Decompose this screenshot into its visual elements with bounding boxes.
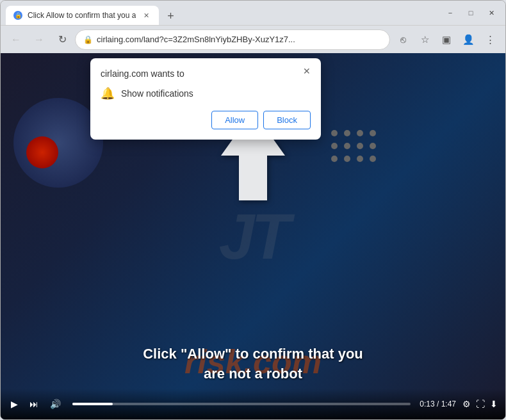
tab-close-button[interactable]: ✕ <box>141 10 151 20</box>
blob-red <box>26 136 58 168</box>
volume-button[interactable]: 🔊 <box>47 396 63 412</box>
tab-title: Click Allow to confirm that you a <box>28 11 136 20</box>
minimize-button[interactable]: − <box>441 4 459 22</box>
notification-popup: ✕ cirlaing.com wants to 🔔 Show notificat… <box>90 58 321 140</box>
popup-title: cirlaing.com wants to <box>101 69 311 79</box>
play-button[interactable]: ▶ <box>8 396 20 412</box>
block-button[interactable]: Block <box>263 111 311 129</box>
new-tab-button[interactable]: + <box>161 7 179 25</box>
bell-icon: 🔔 <box>101 86 115 101</box>
allow-button[interactable]: Allow <box>211 111 258 129</box>
download-icon[interactable]: ⬇ <box>490 399 498 409</box>
active-tab[interactable]: Click Allow to confirm that you a ✕ <box>6 6 159 25</box>
permission-text: Show notifications <box>121 88 193 99</box>
tab-area: Click Allow to confirm that you a ✕ + <box>6 1 432 25</box>
fullscreen-icon[interactable]: ⛶ <box>476 399 485 409</box>
reload-button[interactable]: ↻ <box>52 29 72 50</box>
address-text: cirlaing.com/land?c=3Z2mSn8lnYiybZHBy-Xu… <box>97 35 382 44</box>
video-controls: ▶ ⏭ 🔊 0:13 / 1:47 ⚙ ⛶ ⬇ <box>1 389 505 419</box>
blob-circle <box>13 98 103 188</box>
forward-button[interactable]: → <box>29 29 49 50</box>
toolbar: ← → ↻ 🔒 cirlaing.com/land?c=3Z2mSn8lnYiy… <box>1 25 505 53</box>
address-bar[interactable]: 🔒 cirlaing.com/land?c=3Z2mSn8lnYiybZHBy-… <box>75 29 390 50</box>
watermark-text: JT <box>219 200 288 273</box>
lock-icon: 🔒 <box>83 35 93 44</box>
popup-permission: 🔔 Show notifications <box>101 86 311 101</box>
tab-favicon <box>13 11 22 20</box>
progress-fill <box>72 403 113 405</box>
content-area: JT <box>1 53 505 419</box>
back-button[interactable]: ← <box>6 29 26 50</box>
caption-line2: are not a robot <box>143 364 363 384</box>
progress-bar[interactable] <box>72 403 411 405</box>
close-button[interactable]: ✕ <box>482 4 500 22</box>
popup-buttons: Allow Block <box>101 111 311 129</box>
next-button[interactable]: ⏭ <box>27 396 41 412</box>
right-controls: ⚙ ⛶ ⬇ <box>462 399 498 409</box>
popup-close-button[interactable]: ✕ <box>299 63 314 79</box>
dots-pattern <box>331 130 377 163</box>
title-bar: Click Allow to confirm that you a ✕ + − … <box>1 1 505 25</box>
window-controls: − □ ✕ <box>441 4 500 22</box>
profile-button[interactable]: 👤 <box>458 29 478 50</box>
share-button[interactable]: ⎋ <box>393 29 413 50</box>
toolbar-actions: ⎋ ☆ ▣ 👤 ⋮ <box>393 29 500 50</box>
menu-button[interactable]: ⋮ <box>480 29 500 50</box>
maximize-button[interactable]: □ <box>462 4 480 22</box>
time-display: 0:13 / 1:47 <box>420 400 456 408</box>
split-button[interactable]: ▣ <box>436 29 457 50</box>
caption-line1: Click "Allow" to confirm that you <box>143 344 363 364</box>
settings-icon[interactable]: ⚙ <box>462 399 471 409</box>
bookmark-button[interactable]: ☆ <box>414 29 435 50</box>
caption-area: Click "Allow" to confirm that you are no… <box>143 344 363 384</box>
browser-window: Click Allow to confirm that you a ✕ + − … <box>0 0 506 420</box>
